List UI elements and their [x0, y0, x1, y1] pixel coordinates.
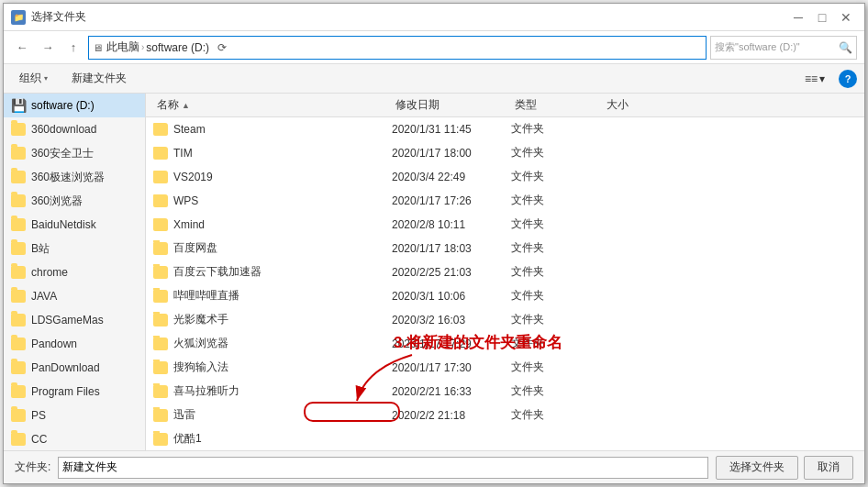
folder-icon [153, 194, 168, 207]
sidebar-label-java: JAVA [31, 290, 57, 303]
sidebar-label-pandownload: PanDownload [31, 361, 100, 374]
file-list-header: 名称 ▲ 修改日期 类型 大小 [146, 94, 864, 117]
sidebar-label-360safe: 360安全卫士 [31, 146, 94, 161]
table-row[interactable]: 火狐浏览器 2020/1/17 17:29 文件夹 [146, 332, 864, 356]
table-row[interactable]: 喜马拉雅听力 2020/2/21 16:33 文件夹 [146, 380, 864, 404]
table-row[interactable]: Xmind 2020/2/8 10:11 文件夹 [146, 213, 864, 237]
action-bar: 组织 ▾ 新建文件夹 ≡≡ ▾ ? [4, 64, 864, 94]
sidebar-item-bzhan[interactable]: B站 [4, 237, 145, 260]
breadcrumb-part2: software (D:) [146, 41, 209, 54]
folder-icon [11, 171, 26, 183]
select-folder-button[interactable]: 选择文件夹 [716, 456, 798, 480]
col-header-name[interactable]: 名称 ▲ [153, 94, 392, 116]
col-name-label: 名称 [157, 97, 179, 113]
sidebar-item-baidunetdisk[interactable]: BaiduNetdisk [4, 213, 145, 237]
file-list-body: Steam 2020/1/31 11:45 文件夹 TIM 2020/1/17 … [146, 117, 864, 450]
folder-icon [153, 385, 168, 398]
folder-icon [153, 361, 168, 374]
table-row[interactable]: TIM 2020/1/17 18:00 文件夹 [146, 141, 864, 165]
table-row[interactable]: Steam 2020/1/31 11:45 文件夹 [146, 117, 864, 141]
sidebar-item-ldsgamemas[interactable]: LDSGameMas [4, 308, 145, 332]
table-row[interactable]: 光影魔术手 2020/3/2 16:03 文件夹 [146, 308, 864, 332]
sidebar-item-pandownload[interactable]: PanDownload [4, 356, 145, 380]
folder-icon [11, 123, 26, 136]
sidebar-item-pandown[interactable]: Pandown [4, 332, 145, 356]
sidebar-label-cc: CC [31, 433, 47, 446]
folder-icon [153, 242, 168, 255]
sidebar-item-ps[interactable]: PS [4, 404, 145, 427]
bottom-label: 文件夹: [15, 459, 50, 475]
table-row[interactable]: 百度网盘 2020/1/17 18:03 文件夹 [146, 237, 864, 260]
refresh-button[interactable]: ⟳ [213, 39, 231, 57]
table-row[interactable]: 百度云下载加速器 2020/2/25 21:03 文件夹 [146, 260, 864, 284]
folder-icon [11, 314, 26, 327]
search-box[interactable]: 搜索"software (D:)" 🔍 [710, 36, 857, 60]
title-bar-controls: ─ □ ✕ [787, 6, 857, 28]
maximize-button[interactable]: □ [811, 6, 833, 28]
back-button[interactable]: ← [11, 37, 33, 59]
sidebar-item-cc[interactable]: CC [4, 427, 145, 450]
folder-icon [11, 218, 26, 231]
col-header-size[interactable]: 大小 [603, 94, 676, 116]
folder-icon [153, 123, 168, 136]
nav-toolbar: ← → ↑ 🖥 此电脑 › software (D:) ⟳ 搜索"softwar… [4, 31, 864, 64]
close-button[interactable]: ✕ [835, 6, 857, 28]
sidebar-item-360browser[interactable]: 360浏览器 [4, 189, 145, 213]
minimize-button[interactable]: ─ [787, 6, 809, 28]
col-header-date[interactable]: 修改日期 [392, 94, 511, 116]
sidebar-label-360download: 360download [31, 123, 96, 136]
sidebar-item-360safe[interactable]: 360安全卫士 [4, 141, 145, 165]
col-type-label: 类型 [515, 97, 537, 113]
view-options-button[interactable]: ≡≡ ▾ [798, 68, 831, 90]
sidebar-label-bzhan: B站 [31, 241, 50, 257]
dialog-title: 选择文件夹 [31, 9, 787, 25]
sort-arrow: ▲ [182, 101, 190, 110]
table-row[interactable]: 优酷1 [146, 427, 864, 450]
sidebar-item-programfiles[interactable]: Program Files [4, 380, 145, 404]
folder-icon [11, 290, 26, 303]
title-bar: 📁 选择文件夹 ─ □ ✕ [4, 4, 864, 31]
main-content: 💾 software (D:) 360download 360安全卫士 360极… [4, 94, 864, 450]
col-date-label: 修改日期 [395, 97, 440, 113]
view-arrow: ▾ [819, 72, 825, 85]
sidebar-label-software-d: software (D:) [31, 99, 95, 112]
folder-icon [153, 290, 168, 303]
search-icon: 🔍 [839, 41, 852, 54]
breadcrumb: 此电脑 › software (D:) [106, 39, 209, 55]
sidebar-item-java[interactable]: JAVA [4, 284, 145, 308]
table-row[interactable]: WPS 2020/1/17 17:26 文件夹 [146, 189, 864, 213]
sidebar-label-pandown: Pandown [31, 338, 77, 350]
table-row[interactable]: 迅雷 2020/2/2 21:18 文件夹 [146, 404, 864, 427]
bottom-bar: 文件夹: 选择文件夹 取消 [4, 450, 864, 483]
sidebar-item-360download[interactable]: 360download [4, 117, 145, 141]
organize-button[interactable]: 组织 ▾ [11, 68, 56, 90]
folder-icon [11, 433, 26, 446]
folder-icon [11, 385, 26, 398]
folder-icon [11, 242, 26, 255]
folder-icon [11, 361, 26, 374]
folder-name-input[interactable] [58, 457, 708, 479]
sidebar-label-chrome: chrome [31, 266, 68, 279]
organize-dropdown-arrow: ▾ [44, 74, 48, 83]
search-label: 搜索"software (D:)" [715, 40, 835, 54]
table-row[interactable]: VS2019 2020/3/4 22:49 文件夹 [146, 165, 864, 189]
col-header-type[interactable]: 类型 [511, 94, 603, 116]
cancel-button[interactable]: 取消 [804, 456, 853, 480]
help-button[interactable]: ? [839, 70, 857, 88]
sidebar-label-ldsgamemas: LDSGameMas [31, 314, 104, 327]
sidebar-item-software-d[interactable]: 💾 software (D:) [4, 94, 145, 117]
address-bar[interactable]: 🖥 此电脑 › software (D:) ⟳ [88, 36, 707, 60]
table-row[interactable]: 搜狗输入法 2020/1/17 17:30 文件夹 [146, 356, 864, 380]
sidebar: 💾 software (D:) 360download 360安全卫士 360极… [4, 94, 146, 450]
sidebar-label-360speedbrowser: 360极速浏览器 [31, 170, 105, 185]
forward-button[interactable]: → [37, 37, 59, 59]
sidebar-label-360browser: 360浏览器 [31, 194, 83, 209]
folder-icon [153, 218, 168, 231]
dialog-icon: 📁 [11, 10, 26, 25]
up-button[interactable]: ↑ [62, 37, 84, 59]
breadcrumb-sep1: › [141, 42, 144, 52]
sidebar-item-chrome[interactable]: chrome [4, 260, 145, 284]
table-row[interactable]: 哔哩哔哩直播 2020/3/1 10:06 文件夹 [146, 284, 864, 308]
sidebar-item-360speedbrowser[interactable]: 360极速浏览器 [4, 165, 145, 189]
new-folder-button[interactable]: 新建文件夹 [63, 68, 135, 90]
